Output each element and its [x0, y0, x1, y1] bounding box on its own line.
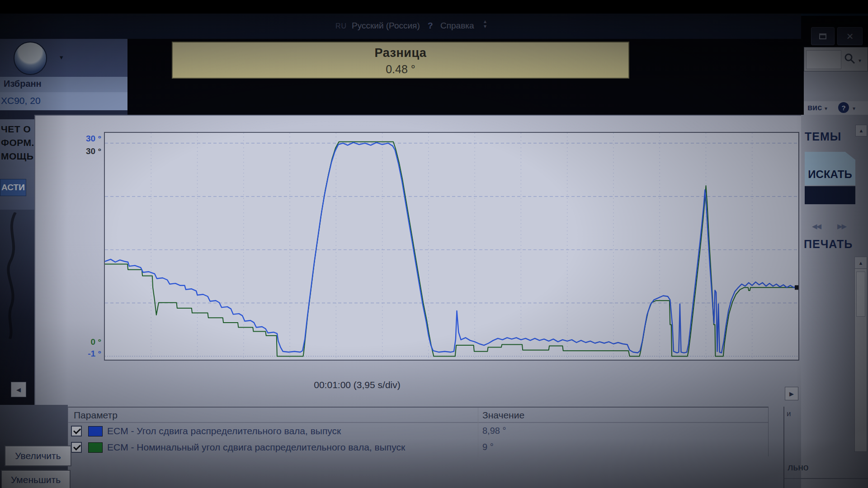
y-tick-30-blue: 30 °: [74, 134, 101, 144]
scroll-up-icon[interactable]: ▲: [855, 125, 867, 136]
series-color-swatch-green: [88, 442, 103, 453]
restore-icon: [819, 33, 826, 39]
chart-plot-area[interactable]: [104, 132, 799, 361]
series-checkbox[interactable]: [71, 426, 82, 436]
nav-item-information[interactable]: ФОРМ.: [1, 137, 34, 148]
parameter-label: ECM - Угол сдвига распределительного вал…: [107, 426, 341, 436]
search-input[interactable]: [806, 50, 841, 69]
scroll-left-button[interactable]: ◀: [11, 382, 26, 397]
favorites-tab[interactable]: Избранн: [0, 77, 127, 92]
service-menu[interactable]: вис: [807, 103, 822, 113]
close-window-button[interactable]: ×: [837, 27, 863, 45]
banner-value: 0.48 °: [173, 63, 628, 76]
column-header-value: Значение: [482, 410, 524, 421]
help-question-icon: ?: [428, 21, 433, 31]
spinner-up-down-icon[interactable]: ▴▾: [484, 19, 486, 29]
logo-dropdown-icon[interactable]: ▾: [60, 53, 63, 61]
x-axis-label: 00:01:00 (3,95 s/div): [267, 380, 448, 390]
keyboard-layout-indicator[interactable]: RU: [335, 22, 347, 30]
screen-bezel: [0, 0, 868, 14]
chart-svg: [105, 133, 798, 360]
next-page-icon[interactable]: ▶▶: [837, 222, 846, 230]
y-tick-30-dark: 30 °: [74, 146, 101, 156]
clipped-text-fragment: и: [787, 409, 791, 418]
toolbar-spacer: [804, 71, 868, 101]
series-color-swatch-blue: [88, 426, 103, 436]
vehicle-tab[interactable]: XC90, 20: [0, 92, 127, 110]
areas-button[interactable]: АСТИ: [0, 179, 26, 196]
scroll-up-icon[interactable]: ▲: [855, 257, 867, 269]
service-dropdown-icon[interactable]: ▾: [825, 105, 827, 112]
service-toolbar: вис ▾ ? ▾: [804, 101, 868, 115]
search-bar: ▾: [804, 47, 868, 71]
app-logo[interactable]: [14, 42, 47, 75]
banner-title: Разница: [173, 46, 628, 60]
search-dropdown-icon[interactable]: ▾: [859, 57, 861, 64]
print-button[interactable]: ПЕЧАТЬ: [804, 238, 853, 251]
previous-page-icon[interactable]: ◀◀: [812, 222, 821, 230]
help-menu[interactable]: Справка: [440, 21, 474, 31]
y-tick-minus1-blue: -1 °: [74, 349, 101, 359]
search-icon[interactable]: [844, 53, 856, 65]
parameter-table: Параметр Значение ECM - Угол сдвига расп…: [68, 407, 769, 456]
help-circle-icon[interactable]: ?: [838, 102, 849, 113]
y-tick-0-green: 0 °: [74, 337, 101, 347]
laptop-screen-photo: RU Русский (Россия) ? Справка ▴▾ × ▾ вис…: [0, 0, 868, 488]
sidebar-scrollbar[interactable]: ▲: [854, 257, 867, 452]
difference-banner: Разница 0.48 °: [172, 42, 629, 79]
nav-item-help[interactable]: МОЩЬ: [1, 151, 33, 162]
table-header-row: Параметр Значение: [68, 408, 768, 423]
restore-window-button[interactable]: [811, 27, 835, 45]
help-dropdown-icon[interactable]: ▾: [853, 105, 855, 112]
sidebar-search-button[interactable]: ИСКАТЬ: [805, 152, 855, 185]
language-menu[interactable]: Русский (Россия): [352, 21, 420, 31]
nav-item-report[interactable]: ЧЕТ О: [1, 124, 31, 135]
topics-label: ТЕМЫ: [805, 130, 841, 143]
right-sidebar: ТЕМЫ ▲ ИСКАТЬ ◀◀ ▶▶ ПЕЧАТЬ ▲: [801, 115, 868, 488]
zoom-in-button[interactable]: Увеличить: [5, 446, 71, 466]
column-header-parameter: Параметр: [74, 410, 118, 421]
scrollbar-thumb[interactable]: [856, 272, 865, 317]
table-row[interactable]: ECM - Угол сдвига распределительного вал…: [68, 423, 768, 439]
scroll-right-button[interactable]: ▶: [785, 387, 798, 400]
sidebar-selected-block[interactable]: [805, 186, 855, 204]
panel-divider: [783, 407, 784, 488]
parameter-label: ECM - Номинальный угол сдвига распредели…: [107, 442, 405, 453]
series-checkbox[interactable]: [71, 442, 82, 453]
parameter-value: 9 °: [482, 442, 494, 452]
divider-line: [784, 478, 868, 479]
parameter-value: 8,98 °: [482, 426, 506, 436]
table-row[interactable]: ECM - Номинальный угол сдвига распредели…: [68, 439, 768, 455]
clipped-text-fragment: льно: [788, 462, 808, 473]
zoom-out-button[interactable]: Уменьшить: [1, 470, 71, 488]
